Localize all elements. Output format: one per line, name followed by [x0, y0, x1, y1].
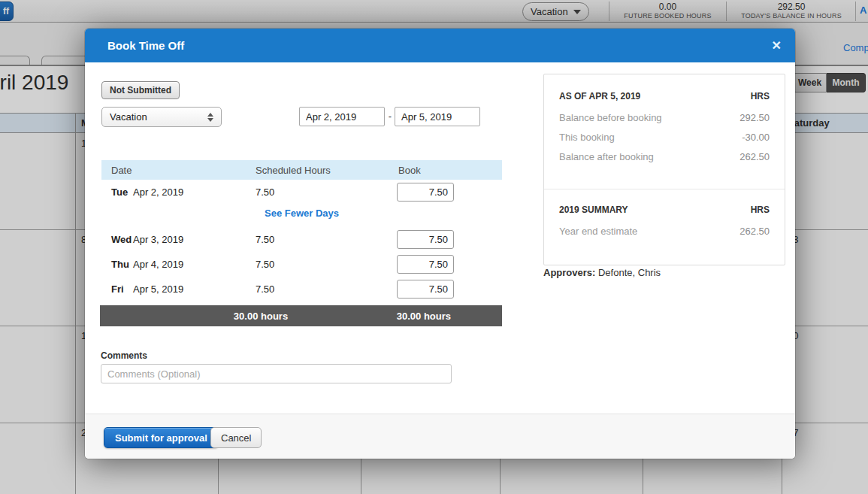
- modal-title: Book Time Off: [107, 29, 184, 62]
- selected-type: Vacation: [110, 111, 147, 123]
- year-summary-section: 2019 SUMMARY HRS Year end estimate 262.5…: [544, 189, 785, 265]
- booking-row: Tue Apr 2, 2019 7.50: [101, 183, 502, 202]
- book-hours-input[interactable]: [397, 255, 454, 274]
- row-date: Apr 3, 2019: [133, 234, 183, 245]
- booking-row: Fri Apr 5, 2019 7.50: [101, 280, 502, 299]
- book-time-off-modal: Book Time Off ✕ Not Submitted Vacation -…: [85, 29, 795, 459]
- book-hours-input[interactable]: [397, 280, 454, 299]
- as-of-title: AS OF APR 5, 2019: [559, 91, 640, 102]
- column-header-date: Date: [111, 165, 132, 176]
- approvers-line: Approvers: Defonte, Chris: [543, 267, 661, 278]
- summary-row: Balance after booking 262.50: [559, 151, 770, 162]
- year-summary-title: 2019 SUMMARY: [559, 205, 628, 215]
- summary-label: Balance before booking: [559, 112, 662, 123]
- row-day: Thu: [111, 259, 129, 270]
- select-arrows-icon: [207, 113, 213, 122]
- row-date: Apr 5, 2019: [133, 283, 183, 295]
- summary-value: -30.00: [742, 132, 770, 143]
- hrs-unit-label: HRS: [751, 91, 770, 102]
- hrs-unit-label: HRS: [751, 205, 770, 215]
- summary-label: Year end estimate: [559, 226, 637, 237]
- summary-row: Year end estimate 262.50: [559, 226, 770, 237]
- totals-bar: 30.00 hours 30.00 hours: [100, 305, 502, 326]
- comments-label: Comments: [101, 350, 147, 361]
- cancel-button[interactable]: Cancel: [210, 427, 262, 448]
- summary-value: 262.50: [739, 226, 770, 237]
- row-day: Wed: [111, 234, 132, 245]
- row-scheduled: 7.50: [256, 234, 274, 245]
- close-icon[interactable]: ✕: [772, 38, 782, 53]
- submit-for-approval-button[interactable]: Submit for approval: [104, 427, 219, 448]
- row-scheduled: 7.50: [256, 259, 274, 270]
- balance-summary-card: AS OF APR 5, 2019 HRS Balance before boo…: [543, 74, 785, 265]
- see-fewer-days-link[interactable]: See Fewer Days: [101, 208, 502, 219]
- row-scheduled: 7.50: [256, 186, 274, 198]
- approvers-label: Approvers:: [543, 267, 595, 278]
- app-screen: ff Vacation 0.00 FUTURE BOOKED HOURS 292…: [0, 0, 868, 494]
- summary-label: This booking: [559, 132, 615, 143]
- book-hours-input[interactable]: [397, 183, 454, 202]
- booking-table-header: Date Scheduled Hours Book: [101, 160, 502, 180]
- modal-header: Book Time Off ✕: [85, 29, 795, 62]
- comments-input[interactable]: [101, 364, 452, 383]
- row-scheduled: 7.50: [256, 283, 274, 295]
- summary-label: Balance after booking: [559, 151, 654, 162]
- date-range-separator: -: [386, 107, 394, 126]
- modal-footer: Submit for approval Cancel: [85, 414, 795, 459]
- total-booked-hours: 30.00 hours: [397, 311, 451, 322]
- as-of-section: AS OF APR 5, 2019 HRS Balance before boo…: [544, 74, 785, 189]
- total-scheduled-hours: 30.00 hours: [216, 311, 306, 322]
- summary-row: This booking -30.00: [559, 132, 770, 143]
- start-date-field[interactable]: [299, 107, 385, 126]
- approvers-names: Defonte, Chris: [598, 267, 661, 278]
- column-header-scheduled: Scheduled Hours: [256, 165, 331, 176]
- book-hours-input[interactable]: [397, 230, 454, 249]
- end-date-field[interactable]: [395, 107, 480, 126]
- booking-row: Wed Apr 3, 2019 7.50: [101, 230, 502, 250]
- time-off-type-select[interactable]: Vacation: [101, 107, 222, 127]
- row-day: Tue: [111, 186, 128, 198]
- row-date: Apr 4, 2019: [133, 259, 183, 270]
- row-day: Fri: [111, 283, 124, 295]
- column-header-book: Book: [398, 165, 421, 176]
- summary-value: 262.50: [739, 151, 770, 162]
- booking-row: Thu Apr 4, 2019 7.50: [101, 255, 502, 274]
- summary-value: 292.50: [739, 112, 770, 123]
- summary-row: Balance before booking 292.50: [559, 112, 770, 123]
- row-date: Apr 2, 2019: [133, 186, 183, 198]
- status-badge: Not Submitted: [101, 81, 180, 99]
